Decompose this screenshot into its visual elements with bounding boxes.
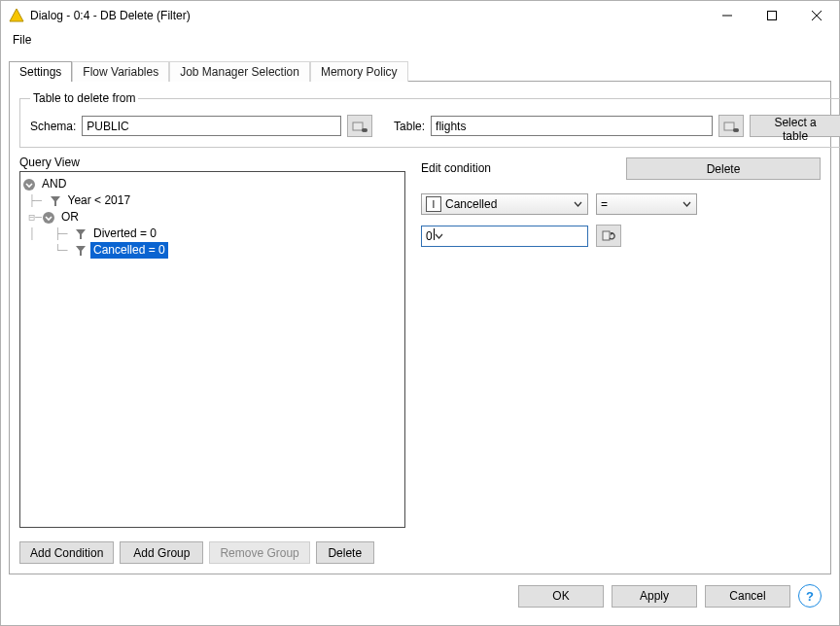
add-condition-button[interactable]: Add Condition [19, 541, 114, 564]
tab-panel-settings: Table to delete from Schema: Table: Sele… [9, 81, 831, 574]
svg-marker-15 [76, 246, 86, 256]
select-table-button[interactable]: Select a table [750, 115, 840, 137]
edit-condition-panel: Edit condition Delete I Cancelled = [421, 156, 821, 564]
query-buttons: Add Condition Add Group Remove Group Del… [19, 541, 405, 564]
schema-label: Schema: [30, 120, 76, 133]
query-view-panel: Query View AND ├─ [19, 156, 405, 564]
remove-group-button: Remove Group [209, 541, 309, 564]
svg-marker-14 [76, 229, 86, 239]
add-group-button[interactable]: Add Group [120, 541, 203, 564]
tree-node-cond-cancelled[interactable]: └─ Cancelled = 0 [22, 242, 402, 259]
tab-settings[interactable]: Settings [9, 61, 72, 82]
dialog-footer: OK Apply Cancel ? [9, 574, 831, 617]
column-combo[interactable]: I Cancelled [421, 193, 588, 215]
tree-node-cond-year[interactable]: ├─ Year < 2017 [22, 192, 402, 209]
edit-condition-label: Edit condition [421, 161, 626, 175]
schema-input[interactable] [82, 116, 341, 136]
minimize-button[interactable] [705, 1, 750, 30]
tree-node-or[interactable]: ⊟─ OR [22, 209, 402, 226]
help-button[interactable]: ? [798, 584, 822, 608]
titlebar: Dialog - 0:4 - DB Delete (Filter) [1, 1, 839, 30]
tree-node-and[interactable]: AND [22, 176, 402, 192]
client-area: Settings Flow Variables Job Manager Sele… [1, 52, 839, 625]
menubar: File [1, 30, 839, 52]
filter-icon [74, 244, 88, 258]
svg-marker-12 [51, 196, 60, 206]
main-split: Query View AND ├─ [19, 156, 821, 564]
tree-node-cond-diverted[interactable]: │ ├─ Diverted = 0 [22, 226, 402, 242]
delete-condition-button[interactable]: Delete [316, 541, 374, 564]
cancel-button[interactable]: Cancel [705, 585, 790, 608]
filter-icon [49, 194, 62, 208]
chevron-down-icon [574, 201, 582, 207]
tab-flow-variables[interactable]: Flow Variables [72, 61, 169, 82]
tab-memory-policy[interactable]: Memory Policy [310, 61, 408, 82]
window-title: Dialog - 0:4 - DB Delete (Filter) [30, 9, 705, 22]
query-tree[interactable]: AND ├─ Year < 2017 ⊟─ [19, 171, 405, 528]
chevron-down-icon [682, 201, 691, 207]
table-input[interactable] [431, 116, 713, 136]
column-type-icon: I [426, 196, 441, 212]
tab-strip: Settings Flow Variables Job Manager Sele… [9, 59, 831, 81]
svg-rect-8 [724, 122, 734, 130]
group-table-to-delete: Table to delete from Schema: Table: Sele… [19, 91, 840, 148]
column-combo-value: Cancelled [445, 197, 497, 211]
group-icon [22, 178, 36, 191]
close-button[interactable] [794, 1, 839, 30]
svg-rect-2 [768, 12, 777, 20]
edit-delete-button[interactable]: Delete [626, 157, 821, 180]
svg-rect-16 [603, 231, 610, 240]
menu-file[interactable]: File [7, 31, 37, 49]
group-icon [42, 211, 55, 225]
dialog-window: Dialog - 0:4 - DB Delete (Filter) File S… [0, 0, 840, 626]
filter-icon [74, 227, 88, 241]
svg-point-13 [43, 212, 54, 224]
svg-marker-0 [10, 9, 23, 21]
maximize-button[interactable] [750, 1, 794, 30]
operator-combo[interactable]: = [596, 193, 697, 215]
value-combo-value: 0 [426, 229, 433, 243]
schema-browse-button[interactable] [347, 115, 372, 137]
svg-point-7 [364, 128, 368, 132]
chevron-down-icon [435, 233, 443, 239]
value-combo[interactable]: 0 [421, 226, 588, 247]
operator-combo-value: = [601, 197, 608, 211]
table-browse-button[interactable] [718, 115, 744, 137]
svg-point-10 [735, 128, 739, 132]
query-view-label: Query View [19, 156, 405, 169]
group-legend: Table to delete from [30, 91, 138, 105]
table-label: Table: [394, 120, 425, 133]
ok-button[interactable]: OK [518, 585, 604, 608]
refresh-values-button[interactable] [596, 225, 621, 247]
svg-point-11 [23, 179, 35, 191]
app-icon [9, 8, 24, 23]
tab-job-manager[interactable]: Job Manager Selection [169, 61, 310, 82]
svg-rect-5 [353, 122, 363, 130]
apply-button[interactable]: Apply [612, 585, 697, 608]
